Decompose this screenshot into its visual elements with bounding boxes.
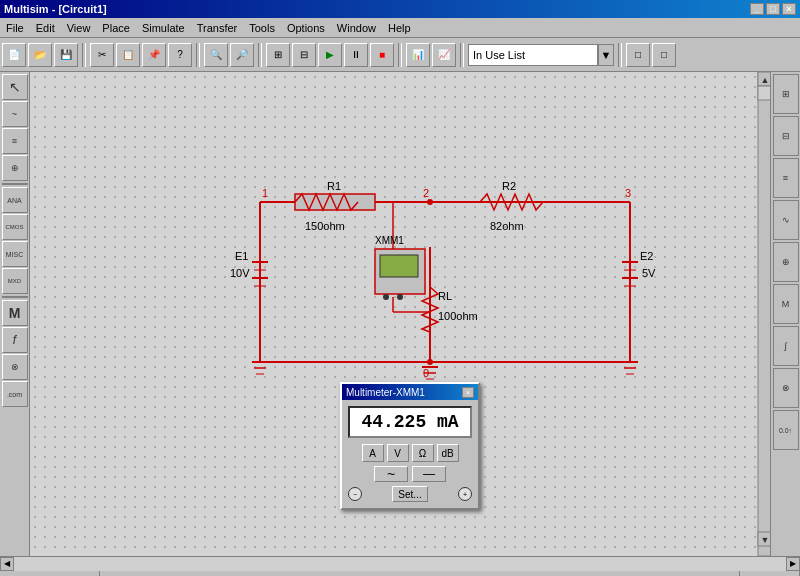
menu-bar: File Edit View Place Simulate Transfer T… — [0, 18, 800, 38]
mm-neg-terminal: − — [348, 487, 362, 501]
mm-db-button[interactable]: dB — [437, 444, 459, 462]
menu-options[interactable]: Options — [281, 20, 331, 36]
svg-point-29 — [383, 294, 389, 300]
pointer-tool[interactable]: ↖ — [2, 74, 28, 100]
sep6 — [618, 43, 622, 67]
mm-ac-button[interactable]: ~ — [374, 466, 408, 482]
left-sep2 — [2, 296, 28, 298]
func-tool[interactable]: f — [2, 327, 28, 353]
menu-file[interactable]: File — [0, 20, 30, 36]
menu-help[interactable]: Help — [382, 20, 417, 36]
close-button[interactable]: × — [782, 3, 796, 15]
svg-point-35 — [427, 359, 433, 365]
menu-place[interactable]: Place — [96, 20, 136, 36]
open-button[interactable]: 📂 — [28, 43, 52, 67]
mm-set-button[interactable]: Set... — [392, 486, 428, 502]
left-sep1 — [2, 183, 28, 185]
mixed-tool[interactable]: MXD — [2, 268, 28, 294]
misc-tool[interactable]: MISC — [2, 241, 28, 267]
right-btn5[interactable]: ⊕ — [773, 242, 799, 282]
crossref-tool[interactable]: ⊕ — [2, 155, 28, 181]
maximize-button[interactable]: □ — [766, 3, 780, 15]
mm-titlebar-buttons: × — [462, 387, 474, 398]
right-btn6[interactable]: M — [773, 284, 799, 324]
mm-wave-buttons: ~ — — [348, 466, 472, 482]
mm-dc-button[interactable]: — — [412, 466, 446, 482]
meter-tool[interactable]: M — [2, 300, 28, 326]
right-btn2[interactable]: ⊟ — [773, 116, 799, 156]
svg-text:82ohm: 82ohm — [490, 220, 524, 232]
run-button[interactable]: ▶ — [318, 43, 342, 67]
scroll-left-button[interactable]: ◀ — [0, 557, 14, 571]
svg-text:10V: 10V — [230, 267, 250, 279]
mm-ampere-button[interactable]: A — [362, 444, 384, 462]
svg-text:RL: RL — [438, 290, 452, 302]
help-button[interactable]: ? — [168, 43, 192, 67]
mm-ohm-button[interactable]: Ω — [412, 444, 434, 462]
new-button[interactable]: 📄 — [2, 43, 26, 67]
zoom-out-button[interactable]: 🔎 — [230, 43, 254, 67]
status-ready: Ready — [0, 571, 100, 576]
in-use-combo-container: In Use List ▼ — [468, 44, 614, 66]
status-bar: Ready Tran: 0.091 s NUM — [0, 570, 800, 576]
svg-text:R2: R2 — [502, 180, 516, 192]
zoom-in-button[interactable]: 🔍 — [204, 43, 228, 67]
wire-tool[interactable]: ~ — [2, 101, 28, 127]
svg-text:E1: E1 — [235, 250, 248, 262]
mm-volt-button[interactable]: V — [387, 444, 409, 462]
com-tool[interactable]: .com — [2, 381, 28, 407]
menu-edit[interactable]: Edit — [30, 20, 61, 36]
extra-btn2[interactable]: □ — [652, 43, 676, 67]
multimeter-title: Multimeter-XMM1 — [346, 387, 425, 398]
stop-button[interactable]: ■ — [370, 43, 394, 67]
menu-simulate[interactable]: Simulate — [136, 20, 191, 36]
scroll-track[interactable] — [14, 557, 786, 571]
mm-close-button[interactable]: × — [462, 387, 474, 398]
status-num: NUM — [740, 571, 800, 576]
sep5 — [460, 43, 464, 67]
canvas-area[interactable]: ▲ ▼ — [30, 72, 770, 556]
save-button[interactable]: 💾 — [54, 43, 78, 67]
right-btn7[interactable]: ∫ — [773, 326, 799, 366]
right-btn4[interactable]: ∿ — [773, 200, 799, 240]
minimize-button[interactable]: _ — [750, 3, 764, 15]
right-btn9[interactable]: 0.0↑ — [773, 410, 799, 450]
pause-button[interactable]: ⏸ — [344, 43, 368, 67]
right-btn1[interactable]: ⊞ — [773, 74, 799, 114]
right-toolbar: ⊞ ⊟ ≡ ∿ ⊕ M ∫ ⊗ 0.0↑ — [770, 72, 800, 556]
extra-btn1[interactable]: □ — [626, 43, 650, 67]
in-use-combo[interactable]: In Use List — [468, 44, 598, 66]
component-button[interactable]: ⊞ — [266, 43, 290, 67]
in-use-arrow[interactable]: ▼ — [598, 44, 614, 66]
scroll-right-button[interactable]: ▶ — [786, 557, 800, 571]
menu-transfer[interactable]: Transfer — [191, 20, 244, 36]
toolbar: 📄 📂 💾 ✂ 📋 📌 ? 🔍 🔎 ⊞ ⊟ ▶ ⏸ ■ 📊 📈 In Use L… — [0, 38, 800, 72]
sep2 — [196, 43, 200, 67]
menu-window[interactable]: Window — [331, 20, 382, 36]
bus-tool[interactable]: ≡ — [2, 128, 28, 154]
paste-button[interactable]: 📌 — [142, 43, 166, 67]
right-btn8[interactable]: ⊗ — [773, 368, 799, 408]
menu-tools[interactable]: Tools — [243, 20, 281, 36]
analysis-button[interactable]: 📊 — [406, 43, 430, 67]
svg-text:1: 1 — [262, 187, 268, 199]
wire-button[interactable]: ⊟ — [292, 43, 316, 67]
svg-text:100ohm: 100ohm — [438, 310, 478, 322]
mm-pos-terminal: + — [458, 487, 472, 501]
multimeter-titlebar: Multimeter-XMM1 × — [342, 384, 478, 400]
analog-tool[interactable]: ANA — [2, 187, 28, 213]
graph-button[interactable]: 📈 — [432, 43, 456, 67]
menu-view[interactable]: View — [61, 20, 97, 36]
sep1 — [82, 43, 86, 67]
svg-text:▼: ▼ — [761, 535, 770, 545]
cut-button[interactable]: ✂ — [90, 43, 114, 67]
right-btn3[interactable]: ≡ — [773, 158, 799, 198]
main-area: ↖ ~ ≡ ⊕ ANA CMOS MISC MXD M f ⊗ .com ▲ ▼ — [0, 72, 800, 556]
svg-text:150ohm: 150ohm — [305, 220, 345, 232]
copy-button[interactable]: 📋 — [116, 43, 140, 67]
net-tool[interactable]: ⊗ — [2, 354, 28, 380]
svg-text:▲: ▲ — [761, 75, 770, 85]
svg-text:3: 3 — [625, 187, 631, 199]
cmos-tool[interactable]: CMOS — [2, 214, 28, 240]
svg-rect-3 — [758, 86, 770, 100]
